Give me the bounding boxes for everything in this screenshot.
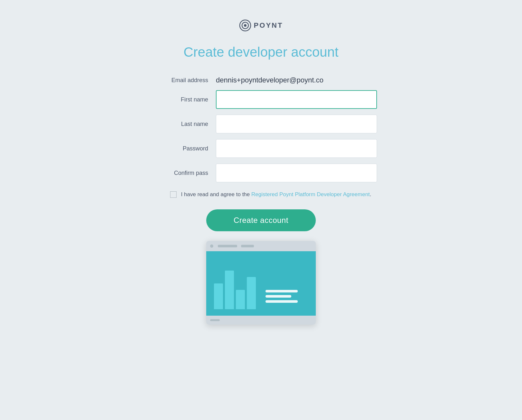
poynt-logo-icon (239, 19, 251, 32)
bar-1 (214, 283, 223, 309)
first-name-input[interactable] (216, 90, 377, 109)
preview-footer-bar (210, 319, 220, 321)
preview-dot-1 (210, 244, 213, 248)
password-label: Password (145, 145, 216, 152)
email-label: Email address (145, 77, 216, 84)
line-3 (266, 300, 298, 303)
agreement-link[interactable]: Registered Poynt Platform Developer Agre… (251, 191, 370, 197)
bar-4 (247, 277, 256, 309)
page-title: Create developer account (184, 44, 339, 60)
password-input[interactable] (216, 139, 377, 158)
bar-3 (236, 290, 245, 309)
preview-footer (206, 316, 316, 325)
agreement-checkbox[interactable] (170, 191, 177, 198)
dashboard-preview (206, 241, 316, 325)
last-name-row: Last name (145, 115, 377, 133)
logo: POYNT (239, 19, 283, 32)
confirm-pass-label: Confirm pass (145, 170, 216, 177)
chart-bars (214, 271, 256, 309)
chart-lines (266, 290, 298, 309)
first-name-row: First name (145, 90, 377, 109)
svg-point-2 (244, 24, 247, 27)
confirm-pass-row: Confirm pass (145, 164, 377, 182)
agreement-row: I have read and agree to the Registered … (151, 191, 372, 198)
preview-bar-placeholder (218, 245, 237, 247)
password-row: Password (145, 139, 377, 158)
last-name-input[interactable] (216, 115, 377, 133)
line-1 (266, 290, 298, 292)
create-account-button[interactable]: Create account (206, 209, 316, 231)
first-name-label: First name (145, 96, 216, 103)
confirm-pass-input[interactable] (216, 164, 377, 182)
email-value: dennis+poyntdeveloper@poynt.co (216, 76, 377, 84)
last-name-label: Last name (145, 121, 216, 128)
line-2 (266, 295, 291, 298)
preview-bar-placeholder2 (241, 245, 254, 247)
preview-header (206, 241, 316, 251)
logo-text: POYNT (254, 21, 283, 30)
preview-body (206, 251, 316, 316)
registration-form: Email address dennis+poyntdeveloper@poyn… (145, 76, 377, 188)
bar-2 (225, 271, 234, 309)
email-row: Email address dennis+poyntdeveloper@poyn… (145, 76, 377, 84)
agreement-text: I have read and agree to the Registered … (181, 191, 372, 198)
